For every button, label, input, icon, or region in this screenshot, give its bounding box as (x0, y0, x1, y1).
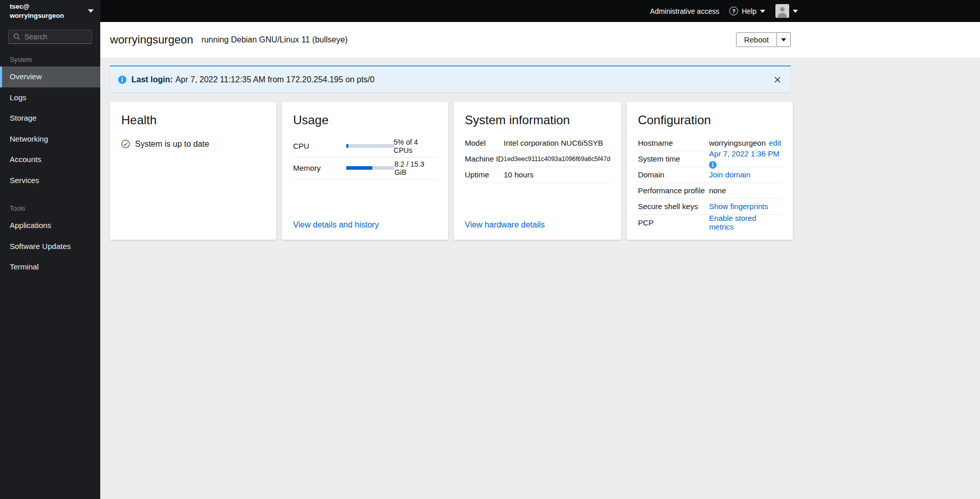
chevron-down-icon (760, 10, 765, 13)
main-content: worryingsurgeon running Debian GNU/Linux… (100, 22, 980, 499)
cpu-value: 5% of 4 CPUs (394, 138, 437, 154)
nav-group-system: System Overview Logs Storage Networking … (0, 49, 100, 191)
administrative-access-button[interactable]: Administrative access (650, 7, 719, 15)
table-row: Uptime 10 hours (465, 167, 610, 183)
search-input[interactable] (8, 30, 92, 44)
page-header: worryingsurgeon running Debian GNU/Linux… (100, 22, 980, 57)
search-icon (13, 33, 20, 42)
card-title: Health (121, 113, 265, 128)
brand-user: tsec@ (10, 2, 64, 11)
check-circle-icon (121, 140, 130, 148)
reboot-split-button: Reboot (736, 32, 791, 47)
card-title: Usage (293, 113, 437, 128)
user-menu[interactable] (775, 4, 798, 18)
help-icon (729, 7, 738, 15)
masthead: tsec@ worryingsurgeon Administrative acc… (0, 0, 980, 22)
last-login-alert: Last login: Apr 7, 2022 11:12:35 AM from… (110, 65, 791, 93)
help-menu[interactable]: Help (729, 7, 765, 15)
sidebar-item-applications[interactable]: Applications (0, 215, 100, 236)
sidebar-item-terminal[interactable]: Terminal (0, 257, 100, 278)
masthead-tools: Administrative access Help (650, 0, 980, 22)
cpu-usage-row: CPU 5% of 4 CPUs (293, 135, 437, 157)
reboot-button[interactable]: Reboot (736, 32, 777, 47)
memory-label: Memory (293, 164, 347, 172)
show-fingerprints-link[interactable]: Show fingerprints (709, 202, 768, 211)
usage-card: Usage CPU 5% of 4 CPUs Memory 8.2 / 15.3… (282, 102, 448, 240)
system-information-card: System information Model Intel corporati… (454, 102, 621, 240)
help-label: Help (742, 7, 756, 15)
sidebar-item-networking[interactable]: Networking (0, 129, 100, 150)
sidebar-item-overview[interactable]: Overview (0, 66, 100, 87)
chevron-down-icon (793, 10, 798, 13)
edit-hostname-link[interactable]: edit (769, 139, 781, 147)
sidebar-item-logs[interactable]: Logs (0, 87, 100, 108)
sidebar-item-storage[interactable]: Storage (0, 108, 100, 129)
overview-cards: Health System is up to date Usage CPU (110, 102, 793, 240)
hostname-value: worryingsurgeon (709, 139, 766, 147)
table-row: Machine ID 1ed3eec9111c4093a1096f69a6c5f… (465, 151, 610, 167)
reboot-dropdown-toggle[interactable] (777, 32, 791, 47)
view-details-history-link[interactable]: View details and history (293, 220, 437, 230)
memory-progress-bar (346, 166, 394, 170)
sidebar-item-services[interactable]: Services (0, 170, 100, 191)
nav-group-label: Tools (0, 198, 100, 215)
alert-message: Apr 7, 2022 11:12:35 AM from 172.20.254.… (175, 75, 374, 84)
memory-value: 8.2 / 15.3 GiB (394, 160, 437, 176)
info-icon (118, 76, 126, 84)
nav-group-label: System (0, 49, 100, 66)
close-icon[interactable] (772, 75, 783, 85)
page-title: worryingsurgeon (110, 33, 193, 47)
health-status-text: System is up to date (135, 140, 209, 149)
alert-title: Last login: (131, 75, 173, 84)
host-switcher[interactable]: tsec@ worryingsurgeon (0, 0, 100, 22)
table-row: Domain Join domain (638, 167, 782, 183)
chevron-down-icon (88, 9, 94, 13)
sidebar-item-software-updates[interactable]: Software Updates (0, 236, 100, 257)
table-row: Model Intel corporation NUC6i5SYB (465, 135, 610, 151)
table-row: System time Apr 7, 2022 1:36 PM (638, 151, 782, 167)
health-card: Health System is up to date (110, 102, 276, 240)
table-row: Performance profile none (638, 183, 782, 199)
join-domain-link[interactable]: Join domain (709, 170, 750, 179)
os-release-text: running Debian GNU/Linux 11 (bullseye) (202, 35, 348, 44)
cpu-label: CPU (293, 142, 346, 150)
avatar (775, 4, 789, 18)
card-title: Configuration (638, 113, 782, 128)
chevron-down-icon (781, 38, 786, 41)
card-title: System information (465, 113, 610, 128)
cpu-progress-bar (346, 144, 394, 148)
system-time-link[interactable]: Apr 7, 2022 1:36 PM (709, 149, 779, 158)
table-row: PCP Enable stored metrics (638, 215, 782, 231)
sidebar-item-accounts[interactable]: Accounts (0, 149, 100, 170)
nav-group-tools: Tools Applications Software Updates Term… (0, 198, 100, 278)
performance-profile-value: none (709, 186, 726, 195)
brand-host: worryingsurgeon (10, 11, 64, 20)
memory-usage-row: Memory 8.2 / 15.3 GiB (293, 157, 437, 179)
table-row: Secure shell keys Show fingerprints (638, 199, 782, 215)
view-hardware-details-link[interactable]: View hardware details (465, 220, 610, 230)
configuration-card: Configuration Hostname worryingsurgeon e… (627, 102, 793, 240)
sidebar: System Overview Logs Storage Networking … (0, 22, 100, 499)
enable-stored-metrics-link[interactable]: Enable stored metrics (709, 214, 782, 231)
